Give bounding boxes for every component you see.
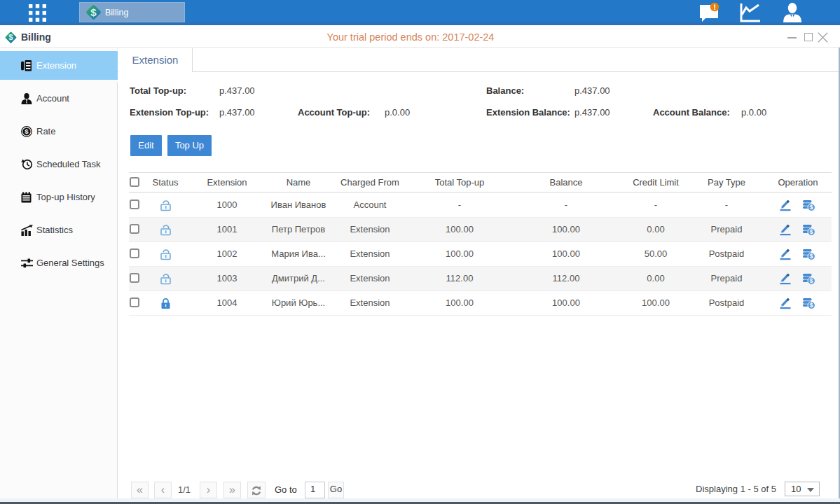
svg-text:$: $	[90, 6, 97, 18]
svg-text:$: $	[809, 253, 813, 260]
svg-text:$: $	[809, 228, 813, 235]
svg-text:$: $	[809, 302, 813, 309]
svg-text:$: $	[25, 127, 29, 135]
svg-text:$: $	[809, 204, 813, 211]
svg-text:$: $	[809, 277, 813, 284]
